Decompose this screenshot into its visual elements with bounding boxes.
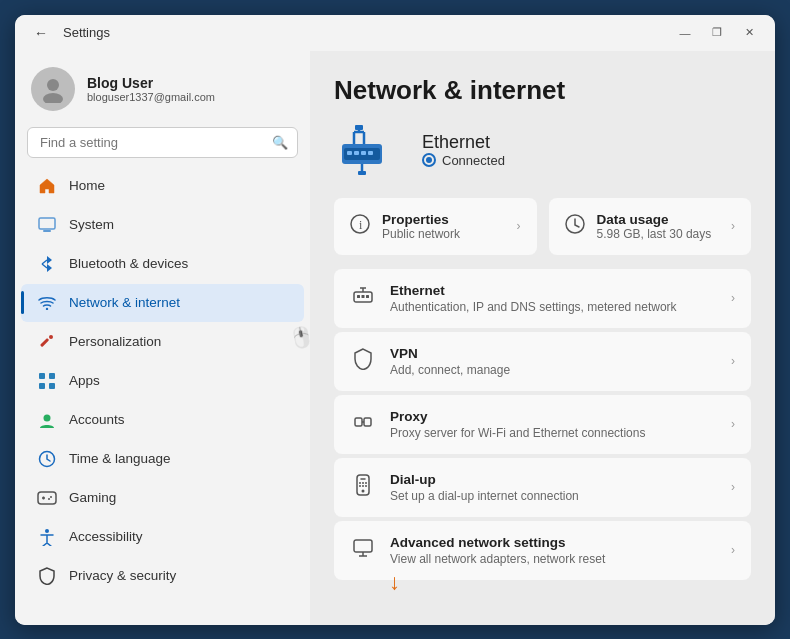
data-usage-sub: 5.98 GB, last 30 days [597,227,720,241]
sidebar-item-accounts[interactable]: Accounts [21,401,304,439]
user-email: bloguser1337@gmail.com [87,91,215,103]
properties-title: Properties [382,212,505,227]
ethernet-menu-chevron-icon: › [731,291,735,305]
vpn-menu-sub: Add, connect, manage [390,363,717,377]
svg-rect-34 [358,171,366,175]
sidebar-item-accounts-label: Accounts [69,412,125,427]
sidebar-item-gaming-label: Gaming [69,490,116,505]
gaming-icon [37,488,57,508]
proxy-menu-info: Proxy Proxy server for Wi-Fi and Etherne… [390,409,717,440]
svg-line-4 [42,260,47,264]
svg-line-5 [42,264,47,268]
sidebar-item-time[interactable]: Time & language [21,440,304,478]
dialup-menu-title: Dial-up [390,472,717,487]
advanced-network-menu-icon [350,538,376,563]
window-controls: — ❐ ✕ [671,23,763,43]
minimize-button[interactable]: — [671,23,699,43]
sidebar-item-home[interactable]: Home [21,167,304,205]
proxy-menu-item[interactable]: Proxy Proxy server for Wi-Fi and Etherne… [334,395,751,454]
sidebar-item-system[interactable]: System [21,206,304,244]
sidebar-item-apps[interactable]: Apps [21,362,304,400]
svg-point-0 [47,79,59,91]
sidebar-item-network[interactable]: Network & internet [21,284,304,322]
dialup-menu-info: Dial-up Set up a dial-up internet connec… [390,472,717,503]
back-button[interactable]: ← [27,19,55,47]
ethernet-menu-item[interactable]: Ethernet Authentication, IP and DNS sett… [334,269,751,328]
vpn-menu-info: VPN Add, connect, manage [390,346,717,377]
search-icon: 🔍 [272,135,288,150]
ethernet-label: Ethernet [422,132,505,153]
accessibility-icon [37,527,57,547]
maximize-button[interactable]: ❐ [703,23,731,43]
properties-icon: i [350,214,370,239]
sidebar: Blog User bloguser1337@gmail.com 🔍 Ho [15,51,310,625]
sidebar-item-accessibility-label: Accessibility [69,529,143,544]
apps-icon [37,371,57,391]
user-name: Blog User [87,75,215,91]
ethernet-hero-icon [334,122,406,178]
home-icon [37,176,57,196]
data-usage-chevron-icon: › [731,219,735,233]
svg-rect-44 [355,418,362,426]
sidebar-item-apps-label: Apps [69,373,100,388]
svg-point-20 [45,529,49,533]
sidebar-item-personalization-label: Personalization [69,334,161,349]
svg-rect-41 [366,295,369,298]
svg-rect-15 [38,492,56,504]
dialup-menu-icon [350,474,376,501]
svg-point-13 [44,414,51,421]
connected-indicator [422,153,436,167]
dialup-menu-item[interactable]: Dial-up Set up a dial-up internet connec… [334,458,751,517]
proxy-menu-sub: Proxy server for Wi-Fi and Ethernet conn… [390,426,717,440]
nav-item-wrap: Home System [15,166,310,596]
properties-card[interactable]: i Properties Public network › [334,198,537,255]
close-button[interactable]: ✕ [735,23,763,43]
ethernet-menu-info: Ethernet Authentication, IP and DNS sett… [390,283,717,314]
svg-point-1 [43,93,63,103]
svg-rect-26 [368,151,373,155]
title-bar: ← Settings — ❐ ✕ [15,15,775,51]
sidebar-item-privacy[interactable]: Privacy & security [21,557,304,595]
sidebar-item-gaming[interactable]: Gaming [21,479,304,517]
cursor-arrow-icon: 🖱️ [287,323,310,351]
data-usage-info: Data usage 5.98 GB, last 30 days [597,212,720,241]
data-usage-card[interactable]: Data usage 5.98 GB, last 30 days › [549,198,752,255]
sidebar-item-time-label: Time & language [69,451,171,466]
vpn-menu-title: VPN [390,346,717,361]
advanced-network-menu-item[interactable]: Advanced network settings View all netwo… [334,521,751,580]
svg-point-19 [48,498,50,500]
advanced-network-menu-info: Advanced network settings View all netwo… [390,535,717,566]
sidebar-item-privacy-label: Privacy & security [69,568,176,583]
svg-rect-9 [39,373,45,379]
advanced-network-menu-title: Advanced network settings [390,535,717,550]
ethernet-hero: Ethernet Connected [334,122,751,178]
avatar [31,67,75,111]
user-info: Blog User bloguser1337@gmail.com [87,75,215,103]
svg-rect-10 [49,373,55,379]
svg-rect-12 [49,383,55,389]
svg-rect-7 [40,337,49,346]
svg-rect-25 [361,151,366,155]
proxy-menu-chevron-icon: › [731,417,735,431]
network-icon [37,293,57,313]
svg-rect-32 [355,125,363,130]
search-input[interactable] [27,127,298,158]
vpn-menu-chevron-icon: › [731,354,735,368]
sidebar-item-bluetooth[interactable]: Bluetooth & devices [21,245,304,283]
proxy-menu-title: Proxy [390,409,717,424]
vpn-menu-item[interactable]: VPN Add, connect, manage › [334,332,751,391]
properties-chevron-icon: › [517,219,521,233]
ethernet-info: Ethernet Connected [422,132,505,168]
svg-text:i: i [359,218,363,232]
sidebar-item-personalization[interactable]: Personalization 🖱️ [21,323,304,361]
user-profile: Blog User bloguser1337@gmail.com [15,51,310,123]
svg-rect-56 [354,540,372,552]
personalization-icon [37,332,57,352]
svg-point-49 [362,489,365,492]
sidebar-item-accessibility[interactable]: Accessibility [21,518,304,556]
time-icon [37,449,57,469]
bluetooth-icon [37,254,57,274]
ethernet-status-text: Connected [442,153,505,168]
ethernet-menu-icon [350,287,376,310]
ethernet-menu-sub: Authentication, IP and DNS settings, met… [390,300,717,314]
